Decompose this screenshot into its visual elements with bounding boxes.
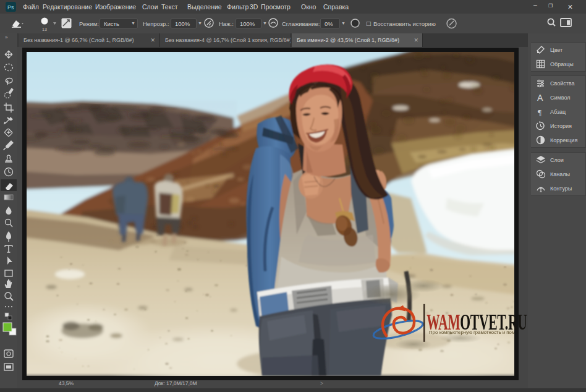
svg-text:13: 13 [42, 27, 47, 32]
svg-text:A: A [537, 93, 543, 102]
svg-text:Ps: Ps [7, 4, 14, 11]
svg-text:¶: ¶ [538, 108, 541, 116]
